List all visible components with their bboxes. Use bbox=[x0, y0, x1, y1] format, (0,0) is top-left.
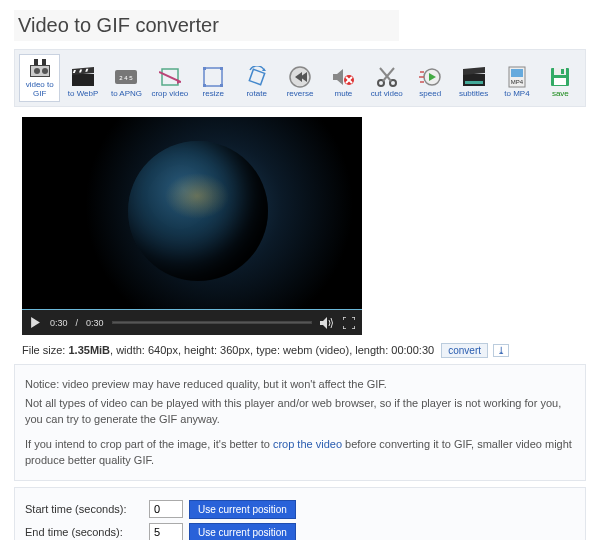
svg-rect-45 bbox=[554, 78, 566, 85]
svg-rect-40 bbox=[511, 69, 523, 77]
svg-rect-16 bbox=[204, 68, 222, 86]
svg-rect-6 bbox=[72, 74, 94, 86]
use-current-end-button[interactable]: Use current position bbox=[189, 523, 296, 540]
play-icon[interactable] bbox=[28, 316, 42, 330]
toolbar: video to GIF to WebP 2 4 5 to APNG crop … bbox=[14, 49, 586, 107]
use-current-start-button[interactable]: Use current position bbox=[189, 500, 296, 519]
tool-subtitles[interactable]: subtitles bbox=[453, 54, 494, 102]
start-time-label: Start time (seconds): bbox=[25, 503, 143, 515]
svg-marker-47 bbox=[320, 317, 327, 329]
svg-rect-19 bbox=[203, 84, 206, 87]
start-time-input[interactable] bbox=[149, 500, 183, 518]
svg-rect-21 bbox=[249, 70, 264, 85]
apng-icon: 2 4 5 bbox=[113, 64, 139, 90]
svg-text:2 4 5: 2 4 5 bbox=[120, 75, 134, 81]
video-content-earth bbox=[128, 141, 268, 281]
tool-to-apng[interactable]: 2 4 5 to APNG bbox=[106, 54, 147, 102]
svg-point-5 bbox=[42, 68, 48, 74]
resize-icon bbox=[200, 64, 226, 90]
reverse-icon bbox=[287, 64, 313, 90]
notice-panel: Notice: video preview may have reduced q… bbox=[14, 364, 586, 481]
subtitles-icon bbox=[461, 64, 487, 90]
volume-icon[interactable] bbox=[320, 316, 334, 330]
tool-video-to-gif[interactable]: video to GIF bbox=[19, 54, 60, 102]
video-controls: 0:30 / 0:30 bbox=[22, 309, 362, 335]
file-info: File size: 1.35MiB, width: 640px, height… bbox=[22, 343, 586, 358]
svg-rect-3 bbox=[42, 59, 46, 65]
scissors-icon bbox=[374, 64, 400, 90]
svg-rect-38 bbox=[465, 81, 483, 84]
end-time-label: End time (seconds): bbox=[25, 526, 143, 538]
rotate-icon bbox=[244, 64, 270, 90]
svg-rect-43 bbox=[554, 68, 566, 75]
mp4-icon: MP4 bbox=[504, 64, 530, 90]
clapperboard-icon bbox=[70, 64, 96, 90]
tool-cut-video[interactable]: cut video bbox=[366, 54, 407, 102]
tool-save[interactable]: save bbox=[540, 54, 581, 102]
seek-bar[interactable] bbox=[112, 321, 312, 324]
svg-point-4 bbox=[34, 68, 40, 74]
svg-rect-17 bbox=[203, 67, 206, 70]
video-frame[interactable] bbox=[22, 117, 362, 309]
crop-video-link[interactable]: crop the video bbox=[273, 438, 342, 450]
video-player: 0:30 / 0:30 bbox=[22, 117, 362, 335]
convert-button[interactable]: convert bbox=[441, 343, 488, 358]
svg-rect-2 bbox=[34, 59, 38, 65]
tool-to-webp[interactable]: to WebP bbox=[62, 54, 103, 102]
end-time-input[interactable] bbox=[149, 523, 183, 540]
speed-icon bbox=[417, 64, 443, 90]
tool-rotate[interactable]: rotate bbox=[236, 54, 277, 102]
tool-reverse[interactable]: reverse bbox=[279, 54, 320, 102]
page-title: Video to GIF converter bbox=[14, 10, 399, 41]
svg-marker-26 bbox=[333, 69, 343, 85]
time-panel: Start time (seconds): Use current positi… bbox=[14, 487, 586, 540]
current-time: 0:30 bbox=[50, 318, 68, 328]
download-icon[interactable]: ⤓ bbox=[493, 344, 509, 357]
tool-resize[interactable]: resize bbox=[193, 54, 234, 102]
svg-rect-44 bbox=[561, 69, 564, 74]
mute-icon bbox=[330, 64, 356, 90]
svg-rect-36 bbox=[463, 74, 485, 86]
save-icon bbox=[547, 64, 573, 90]
tool-mute[interactable]: mute bbox=[323, 54, 364, 102]
svg-marker-37 bbox=[463, 67, 485, 75]
svg-text:MP4: MP4 bbox=[511, 79, 524, 85]
fullscreen-icon[interactable] bbox=[342, 316, 356, 330]
svg-rect-18 bbox=[220, 67, 223, 70]
crop-icon bbox=[157, 64, 183, 90]
tool-to-mp4[interactable]: MP4 to MP4 bbox=[496, 54, 537, 102]
camera-icon bbox=[27, 57, 53, 81]
tool-speed[interactable]: speed bbox=[410, 54, 451, 102]
total-time: 0:30 bbox=[86, 318, 104, 328]
svg-marker-46 bbox=[31, 317, 40, 328]
svg-rect-20 bbox=[220, 84, 223, 87]
tool-crop-video[interactable]: crop video bbox=[149, 54, 190, 102]
